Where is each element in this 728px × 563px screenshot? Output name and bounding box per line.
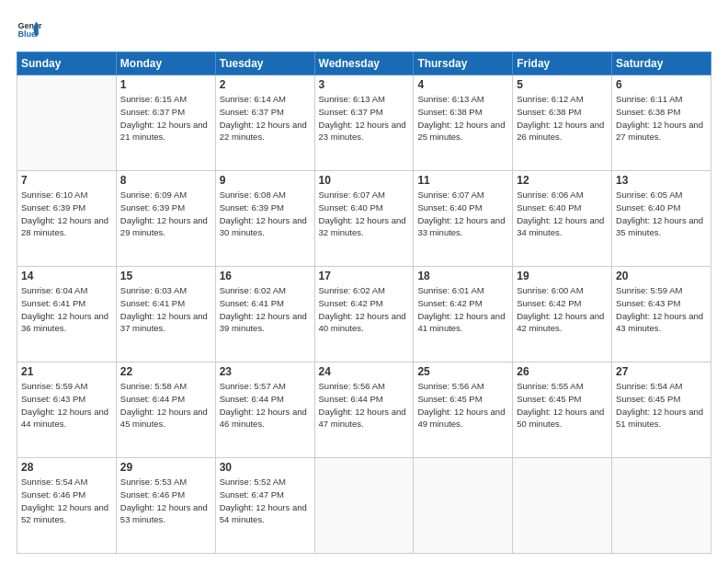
calendar-cell: 4Sunrise: 6:13 AM Sunset: 6:38 PM Daylig… (414, 75, 513, 171)
logo-icon: General Blue (17, 17, 42, 42)
calendar-cell: 16Sunrise: 6:02 AM Sunset: 6:41 PM Dayli… (215, 267, 314, 362)
day-number: 2 (220, 78, 311, 91)
weekday-header-thursday: Thursday (414, 52, 513, 75)
calendar-cell: 12Sunrise: 6:06 AM Sunset: 6:40 PM Dayli… (513, 171, 612, 267)
calendar-cell: 5Sunrise: 6:12 AM Sunset: 6:38 PM Daylig… (513, 75, 612, 171)
weekday-header-monday: Monday (116, 52, 215, 75)
calendar-cell (414, 458, 513, 554)
day-info: Sunrise: 6:08 AM Sunset: 6:39 PM Dayligh… (220, 189, 311, 239)
calendar-cell (513, 458, 612, 554)
day-info: Sunrise: 6:02 AM Sunset: 6:42 PM Dayligh… (319, 284, 410, 335)
weekday-header-friday: Friday (513, 52, 612, 75)
calendar-cell: 9Sunrise: 6:08 AM Sunset: 6:39 PM Daylig… (215, 171, 314, 267)
calendar-cell: 10Sunrise: 6:07 AM Sunset: 6:40 PM Dayli… (314, 171, 414, 267)
week-row-4: 28Sunrise: 5:54 AM Sunset: 6:46 PM Dayli… (17, 458, 711, 554)
day-number: 28 (21, 461, 112, 474)
day-number: 3 (319, 78, 410, 91)
logo: General Blue (17, 17, 42, 42)
calendar-cell: 11Sunrise: 6:07 AM Sunset: 6:40 PM Dayli… (414, 171, 513, 267)
calendar-cell (17, 75, 117, 171)
day-number: 13 (616, 174, 707, 187)
calendar-cell: 20Sunrise: 5:59 AM Sunset: 6:43 PM Dayli… (612, 267, 711, 362)
day-info: Sunrise: 5:54 AM Sunset: 6:46 PM Dayligh… (21, 476, 112, 526)
calendar-cell (314, 458, 414, 554)
day-info: Sunrise: 6:01 AM Sunset: 6:42 PM Dayligh… (417, 284, 508, 335)
calendar-cell: 7Sunrise: 6:10 AM Sunset: 6:39 PM Daylig… (17, 171, 117, 267)
week-row-2: 14Sunrise: 6:04 AM Sunset: 6:41 PM Dayli… (17, 267, 711, 362)
day-number: 11 (417, 174, 508, 187)
calendar-cell: 8Sunrise: 6:09 AM Sunset: 6:39 PM Daylig… (116, 171, 215, 267)
day-number: 15 (120, 270, 211, 282)
day-info: Sunrise: 6:12 AM Sunset: 6:38 PM Dayligh… (517, 93, 608, 144)
day-info: Sunrise: 6:13 AM Sunset: 6:38 PM Dayligh… (417, 93, 508, 144)
weekday-header-tuesday: Tuesday (215, 52, 314, 75)
calendar-cell: 6Sunrise: 6:11 AM Sunset: 6:38 PM Daylig… (612, 75, 711, 171)
day-number: 29 (120, 461, 211, 474)
day-info: Sunrise: 6:06 AM Sunset: 6:40 PM Dayligh… (517, 189, 608, 239)
weekday-header-saturday: Saturday (612, 52, 711, 75)
day-number: 16 (220, 270, 311, 282)
day-info: Sunrise: 5:57 AM Sunset: 6:44 PM Dayligh… (220, 380, 311, 431)
day-number: 10 (319, 174, 410, 187)
calendar-cell: 26Sunrise: 5:55 AM Sunset: 6:45 PM Dayli… (513, 362, 612, 458)
day-info: Sunrise: 5:53 AM Sunset: 6:46 PM Dayligh… (120, 476, 211, 526)
calendar-cell: 25Sunrise: 5:56 AM Sunset: 6:45 PM Dayli… (414, 362, 513, 458)
calendar-cell: 13Sunrise: 6:05 AM Sunset: 6:40 PM Dayli… (612, 171, 711, 267)
day-info: Sunrise: 5:52 AM Sunset: 6:47 PM Dayligh… (220, 476, 311, 526)
day-number: 18 (417, 270, 508, 282)
day-number: 5 (517, 78, 608, 91)
day-info: Sunrise: 6:14 AM Sunset: 6:37 PM Dayligh… (220, 93, 311, 144)
calendar-cell: 23Sunrise: 5:57 AM Sunset: 6:44 PM Dayli… (215, 362, 314, 458)
day-info: Sunrise: 5:56 AM Sunset: 6:45 PM Dayligh… (417, 380, 508, 431)
svg-text:Blue: Blue (17, 29, 36, 39)
day-info: Sunrise: 5:55 AM Sunset: 6:45 PM Dayligh… (517, 380, 608, 431)
day-info: Sunrise: 6:10 AM Sunset: 6:39 PM Dayligh… (21, 189, 112, 239)
day-info: Sunrise: 6:05 AM Sunset: 6:40 PM Dayligh… (616, 189, 707, 239)
day-number: 23 (220, 365, 311, 378)
day-number: 8 (120, 174, 211, 187)
day-info: Sunrise: 6:00 AM Sunset: 6:42 PM Dayligh… (517, 284, 608, 335)
calendar-cell: 24Sunrise: 5:56 AM Sunset: 6:44 PM Dayli… (314, 362, 414, 458)
calendar-cell: 29Sunrise: 5:53 AM Sunset: 6:46 PM Dayli… (116, 458, 215, 554)
day-number: 1 (120, 78, 211, 91)
calendar-cell: 28Sunrise: 5:54 AM Sunset: 6:46 PM Dayli… (17, 458, 117, 554)
day-number: 24 (319, 365, 410, 378)
weekday-header-row: SundayMondayTuesdayWednesdayThursdayFrid… (17, 52, 711, 75)
day-info: Sunrise: 6:02 AM Sunset: 6:41 PM Dayligh… (220, 284, 311, 335)
day-info: Sunrise: 5:59 AM Sunset: 6:43 PM Dayligh… (616, 284, 707, 335)
day-info: Sunrise: 6:15 AM Sunset: 6:37 PM Dayligh… (120, 93, 211, 144)
weekday-header-sunday: Sunday (17, 52, 117, 75)
calendar-cell: 15Sunrise: 6:03 AM Sunset: 6:41 PM Dayli… (116, 267, 215, 362)
day-number: 20 (616, 270, 707, 282)
calendar-cell: 2Sunrise: 6:14 AM Sunset: 6:37 PM Daylig… (215, 75, 314, 171)
calendar-cell: 3Sunrise: 6:13 AM Sunset: 6:37 PM Daylig… (314, 75, 414, 171)
calendar-cell: 19Sunrise: 6:00 AM Sunset: 6:42 PM Dayli… (513, 267, 612, 362)
day-info: Sunrise: 6:03 AM Sunset: 6:41 PM Dayligh… (120, 284, 211, 335)
day-number: 14 (21, 270, 112, 282)
day-info: Sunrise: 6:04 AM Sunset: 6:41 PM Dayligh… (21, 284, 112, 335)
day-number: 6 (616, 78, 707, 91)
day-number: 19 (517, 270, 608, 282)
day-info: Sunrise: 6:07 AM Sunset: 6:40 PM Dayligh… (417, 189, 508, 239)
day-number: 26 (517, 365, 608, 378)
weekday-header-wednesday: Wednesday (314, 52, 414, 75)
day-info: Sunrise: 5:58 AM Sunset: 6:44 PM Dayligh… (120, 380, 211, 431)
day-number: 22 (120, 365, 211, 378)
header: General Blue (17, 17, 711, 42)
calendar-cell: 30Sunrise: 5:52 AM Sunset: 6:47 PM Dayli… (215, 458, 314, 554)
calendar-table: SundayMondayTuesdayWednesdayThursdayFrid… (17, 52, 711, 554)
week-row-0: 1Sunrise: 6:15 AM Sunset: 6:37 PM Daylig… (17, 75, 711, 171)
day-info: Sunrise: 6:09 AM Sunset: 6:39 PM Dayligh… (120, 189, 211, 239)
calendar-cell: 22Sunrise: 5:58 AM Sunset: 6:44 PM Dayli… (116, 362, 215, 458)
day-number: 12 (517, 174, 608, 187)
day-info: Sunrise: 5:56 AM Sunset: 6:44 PM Dayligh… (319, 380, 410, 431)
day-number: 9 (220, 174, 311, 187)
day-number: 21 (21, 365, 112, 378)
day-info: Sunrise: 6:13 AM Sunset: 6:37 PM Dayligh… (319, 93, 410, 144)
svg-text:General: General (17, 21, 42, 30)
calendar-cell (612, 458, 711, 554)
calendar-cell: 14Sunrise: 6:04 AM Sunset: 6:41 PM Dayli… (17, 267, 117, 362)
day-number: 17 (319, 270, 410, 282)
calendar-cell: 21Sunrise: 5:59 AM Sunset: 6:43 PM Dayli… (17, 362, 117, 458)
calendar-cell: 17Sunrise: 6:02 AM Sunset: 6:42 PM Dayli… (314, 267, 414, 362)
